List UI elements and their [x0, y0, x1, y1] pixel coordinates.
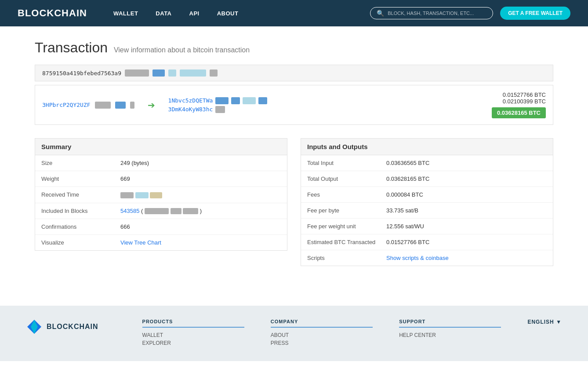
main-content: Transaction View information about a bit…: [17, 26, 571, 279]
chevron-down-icon: ▼: [556, 319, 562, 325]
value-total-output: 0.03628165 BTC: [386, 175, 547, 182]
footer-col-company-title: COMPANY: [271, 319, 373, 328]
inputs-outputs-table: Total Input 0.03636565 BTC Total Output …: [301, 155, 553, 266]
footer-logo-area: BLOCKCHAIN: [26, 319, 98, 335]
value-received-time: [120, 191, 281, 198]
tx-output-addr-2[interactable]: 3DmK4oKyW83hc: [168, 106, 213, 113]
redacted-input-2: [115, 102, 126, 109]
label-estimated-btc: Estimated BTC Transacted: [307, 239, 386, 245]
label-scripts: Scripts: [307, 255, 386, 261]
value-fees: 0.000084 BTC: [386, 191, 547, 198]
value-estimated-btc: 0.01527766 BTC: [386, 239, 547, 245]
language-button[interactable]: ENGLISH ▼: [527, 319, 562, 325]
io-row-fees: Fees 0.000084 BTC: [301, 187, 553, 203]
value-size: 249 (bytes): [120, 160, 281, 166]
nav-data[interactable]: DATA: [156, 10, 171, 17]
redacted-block-2: [171, 208, 181, 214]
block-link[interactable]: 543585: [120, 208, 139, 214]
redacted-hash-5: [210, 69, 218, 77]
summary-row-weight: Weight 669: [35, 171, 287, 187]
svg-marker-1: [31, 320, 38, 334]
tx-output-addr-1[interactable]: 1Nbvc5zDQETWa: [168, 97, 213, 104]
redacted-hash-3: [168, 69, 176, 77]
redacted-hash-2: [152, 69, 165, 77]
inputs-outputs-section: Inputs and Outputs Total Input 0.0363656…: [301, 138, 553, 266]
redacted-out-4: [258, 97, 267, 104]
summary-row-size: Size 249 (bytes): [35, 155, 287, 171]
language-label: ENGLISH: [527, 319, 554, 325]
tx-output-addresses: 1Nbvc5zDQETWa 3DmK4oKyW83hc: [168, 97, 268, 113]
footer-link-help[interactable]: HELP CENTER: [399, 332, 501, 338]
label-received-time: Received Time: [41, 191, 120, 198]
two-col-layout: Summary Size 249 (bytes) Weight 669 Rece…: [35, 138, 553, 266]
io-row-estimated-btc: Estimated BTC Transacted 0.01527766 BTC: [301, 234, 553, 250]
footer-language: ENGLISH ▼: [527, 319, 562, 325]
search-input[interactable]: [388, 10, 486, 16]
io-row-fee-per-weight: Fee per weight unit 12.556 sat/WU: [301, 219, 553, 234]
nav-wallet[interactable]: WALLET: [113, 10, 138, 17]
value-fee-per-weight: 12.556 sat/WU: [386, 223, 547, 230]
label-total-input: Total Input: [307, 160, 386, 166]
label-confirmations: Confirmations: [41, 223, 120, 230]
redacted-time-3: [150, 192, 162, 198]
footer-col-support-title: SUPPORT: [399, 319, 501, 328]
footer-inner: BLOCKCHAIN PRODUCTS WALLET EXPLORER COMP…: [26, 319, 562, 348]
io-row-total-output: Total Output 0.03628165 BTC: [301, 171, 553, 187]
redacted-input-3: [130, 102, 134, 109]
summary-row-visualize: Visualize View Tree Chart: [35, 235, 287, 250]
redacted-out-2: [231, 97, 240, 104]
redacted-block-3: [183, 208, 198, 214]
label-size: Size: [41, 160, 120, 166]
main-nav: WALLET DATA API ABOUT: [113, 10, 370, 17]
footer-logo-icon: [26, 319, 42, 335]
io-row-scripts: Scripts Show scripts & coinbase: [301, 250, 553, 266]
label-visualize: Visualize: [41, 239, 120, 246]
value-fee-per-byte: 33.735 sat/B: [386, 207, 547, 214]
redacted-time-2: [135, 192, 149, 198]
footer-link-about[interactable]: ABOUT: [271, 332, 373, 338]
summary-row-included-blocks: Included In Blocks 543585 ( ): [35, 203, 287, 219]
value-scripts: Show scripts & coinbase: [386, 255, 547, 261]
footer-link-explorer[interactable]: EXPLORER: [142, 340, 244, 346]
value-confirmations: 666: [120, 223, 281, 230]
summary-table: Size 249 (bytes) Weight 669 Received Tim…: [35, 155, 287, 251]
page-title-area: Transaction View information about a bit…: [35, 40, 553, 56]
footer-logo-text: BLOCKCHAIN: [47, 323, 98, 331]
show-scripts-link[interactable]: Show scripts & coinbase: [386, 255, 449, 261]
tx-input-address[interactable]: 3HPbrcP2QY2UZF: [42, 102, 91, 108]
page-subtitle: View information about a bitcoin transac…: [114, 46, 250, 54]
redacted-out-5: [215, 106, 225, 113]
footer-link-press[interactable]: PRESS: [271, 340, 373, 346]
footer-col-company: COMPANY ABOUT PRESS: [271, 319, 373, 348]
summary-row-confirmations: Confirmations 666: [35, 219, 287, 235]
io-row-total-input: Total Input 0.03636565 BTC: [301, 155, 553, 171]
footer-link-wallet[interactable]: WALLET: [142, 332, 244, 338]
value-weight: 669: [120, 175, 281, 182]
inputs-outputs-title: Inputs and Outputs: [301, 138, 553, 155]
tx-amounts: 0.01527766 BTC 0.02100399 BTC 0.03628165…: [492, 91, 546, 118]
tx-hash-bar: 8759150a419bfebed7563a9: [35, 65, 553, 81]
nav-about[interactable]: ABOUT: [217, 10, 239, 17]
footer-col-support: SUPPORT HELP CENTER: [399, 319, 501, 340]
footer-col-products-title: PRODUCTS: [142, 319, 244, 328]
label-total-output: Total Output: [307, 175, 386, 182]
summary-row-received-time: Received Time: [35, 187, 287, 203]
label-weight: Weight: [41, 175, 120, 182]
redacted-time-1: [120, 192, 134, 198]
search-icon: 🔍: [377, 10, 384, 17]
get-wallet-button[interactable]: GET A FREE WALLET: [500, 7, 570, 20]
tx-hash-text: 8759150a419bfebed7563a9: [42, 70, 121, 77]
redacted-input-1: [95, 102, 111, 109]
tx-amount-1: 0.01527766 BTC: [492, 91, 546, 98]
footer-col-products: PRODUCTS WALLET EXPLORER: [142, 319, 244, 348]
redacted-out-1: [215, 97, 229, 104]
site-footer: BLOCKCHAIN PRODUCTS WALLET EXPLORER COMP…: [0, 306, 588, 361]
view-tree-chart-link[interactable]: View Tree Chart: [120, 239, 161, 246]
value-total-input: 0.03636565 BTC: [386, 160, 547, 166]
tx-flow-row: 3HPbrcP2QY2UZF ➔ 1Nbvc5zDQETWa 3DmK4oKyW…: [35, 85, 553, 125]
redacted-out-3: [243, 97, 256, 104]
arrow-icon: ➔: [148, 100, 155, 110]
page-title: Transaction: [35, 40, 108, 55]
nav-api[interactable]: API: [189, 10, 200, 17]
summary-section: Summary Size 249 (bytes) Weight 669 Rece…: [35, 138, 287, 266]
